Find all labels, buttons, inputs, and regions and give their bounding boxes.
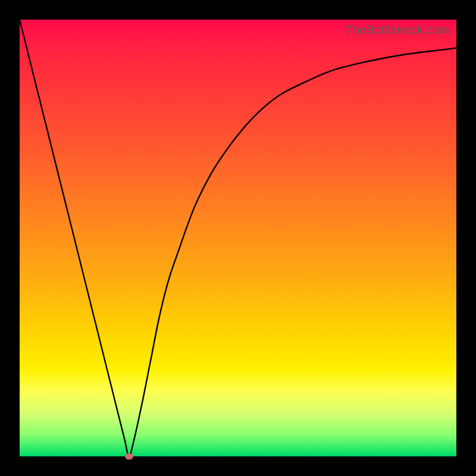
- bottleneck-curve: [20, 20, 456, 456]
- plot-area: TheBottleneck.com: [20, 20, 456, 456]
- chart-frame: TheBottleneck.com: [0, 0, 476, 476]
- minimum-marker-icon: [125, 453, 133, 460]
